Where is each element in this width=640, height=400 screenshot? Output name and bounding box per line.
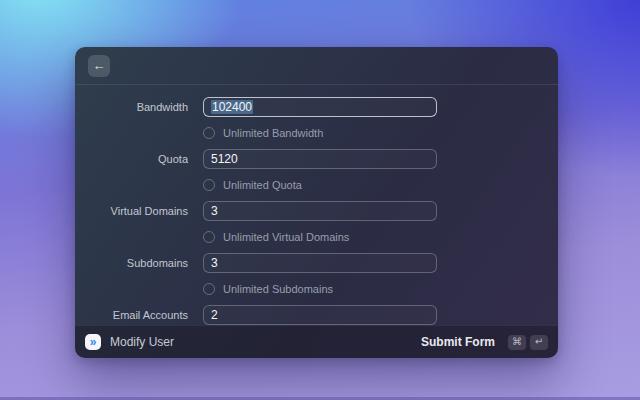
back-button[interactable]: ← bbox=[88, 55, 110, 77]
dialog-header: ← bbox=[75, 47, 558, 85]
subdomains-label: Subdomains bbox=[75, 257, 203, 269]
bandwidth-row: Bandwidth 102400 bbox=[75, 97, 558, 117]
modify-user-dialog: ← Bandwidth 102400 Unlimited Bandwidth Q… bbox=[75, 47, 558, 358]
unlimited-quota-row: Unlimited Quota bbox=[203, 178, 558, 191]
unlimited-bandwidth-row: Unlimited Bandwidth bbox=[203, 126, 558, 139]
email-accounts-row: Email Accounts 2 bbox=[75, 305, 558, 325]
quota-input[interactable]: 5120 bbox=[203, 149, 437, 169]
virtual-domains-row: Virtual Domains 3 bbox=[75, 201, 558, 221]
command-key-icon: ⌘ bbox=[508, 335, 526, 350]
unlimited-subdomains-checkbox[interactable] bbox=[203, 283, 215, 295]
dialog-footer: » Modify User Submit Form ⌘ ↵ bbox=[75, 325, 558, 358]
virtual-domains-input[interactable]: 3 bbox=[203, 201, 437, 221]
unlimited-bandwidth-checkbox[interactable] bbox=[203, 127, 215, 139]
submit-form-button[interactable]: Submit Form bbox=[421, 335, 495, 349]
footer-actions: Submit Form ⌘ ↵ bbox=[421, 335, 548, 350]
unlimited-bandwidth-label: Unlimited Bandwidth bbox=[223, 127, 323, 139]
unlimited-virtual-domains-checkbox[interactable] bbox=[203, 231, 215, 243]
bandwidth-input[interactable]: 102400 bbox=[203, 97, 437, 117]
subdomains-input[interactable]: 3 bbox=[203, 253, 437, 273]
virtual-domains-label: Virtual Domains bbox=[75, 205, 203, 217]
email-accounts-label: Email Accounts bbox=[75, 309, 203, 321]
bandwidth-value-selected: 102400 bbox=[211, 100, 253, 114]
unlimited-subdomains-row: Unlimited Subdomains bbox=[203, 282, 558, 295]
unlimited-virtual-domains-label: Unlimited Virtual Domains bbox=[223, 231, 349, 243]
email-accounts-input[interactable]: 2 bbox=[203, 305, 437, 325]
quota-value: 5120 bbox=[211, 152, 238, 166]
enter-key-icon: ↵ bbox=[530, 335, 548, 350]
quota-label: Quota bbox=[75, 153, 203, 165]
subdomains-row: Subdomains 3 bbox=[75, 253, 558, 273]
quota-row: Quota 5120 bbox=[75, 149, 558, 169]
app-logo-icon: » bbox=[85, 334, 101, 350]
back-arrow-icon: ← bbox=[93, 59, 106, 72]
virtual-domains-value: 3 bbox=[211, 204, 218, 218]
dialog-title: Modify User bbox=[110, 335, 174, 349]
modify-user-form: Bandwidth 102400 Unlimited Bandwidth Quo… bbox=[75, 85, 558, 325]
subdomains-value: 3 bbox=[211, 256, 218, 270]
bandwidth-label: Bandwidth bbox=[75, 101, 203, 113]
unlimited-quota-checkbox[interactable] bbox=[203, 179, 215, 191]
unlimited-subdomains-label: Unlimited Subdomains bbox=[223, 283, 333, 295]
email-accounts-value: 2 bbox=[211, 308, 218, 322]
unlimited-quota-label: Unlimited Quota bbox=[223, 179, 302, 191]
unlimited-virtual-domains-row: Unlimited Virtual Domains bbox=[203, 230, 558, 243]
